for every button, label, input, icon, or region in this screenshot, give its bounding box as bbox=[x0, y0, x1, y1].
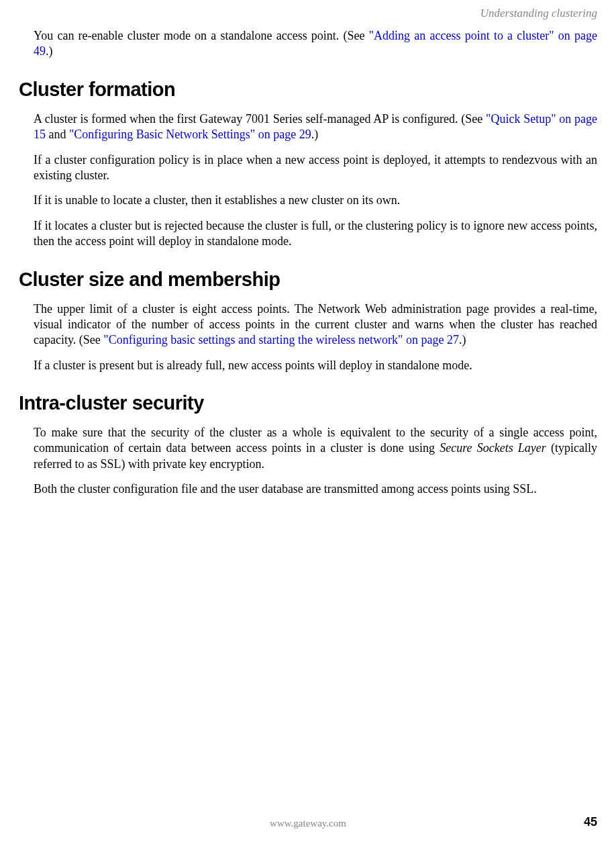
size-p2: If a cluster is present but is already f… bbox=[34, 358, 597, 373]
page-container: Understanding clustering You can re-enab… bbox=[0, 0, 616, 844]
text-span: .) bbox=[46, 44, 53, 58]
heading-cluster-size: Cluster size and membership bbox=[19, 269, 597, 291]
formation-p4: If it locates a cluster but is rejected … bbox=[34, 218, 597, 250]
page-footer: www.gateway.com 45 bbox=[0, 818, 616, 829]
italic-ssl: Secure Sockets Layer bbox=[440, 441, 546, 455]
text-span: A cluster is formed when the first Gatew… bbox=[34, 112, 486, 126]
running-header: Understanding clustering bbox=[19, 7, 597, 20]
text-span: .) bbox=[311, 128, 319, 141]
security-p2: Both the cluster configuration file and … bbox=[34, 481, 597, 497]
link-configuring-basic-settings[interactable]: "Configuring basic settings and starting… bbox=[103, 333, 459, 346]
intro-paragraph: You can re-enable cluster mode on a stan… bbox=[34, 28, 597, 60]
formation-p2: If a cluster configuration policy is in … bbox=[34, 152, 597, 184]
text-span: and bbox=[46, 128, 69, 141]
link-configuring-basic-network[interactable]: "Configuring Basic Network Settings" on … bbox=[69, 128, 311, 141]
text-span: You can re-enable cluster mode on a stan… bbox=[34, 29, 369, 42]
formation-p3: If it is unable to locate a cluster, the… bbox=[34, 193, 597, 208]
footer-url: www.gateway.com bbox=[19, 818, 597, 829]
text-span: .) bbox=[459, 333, 466, 346]
heading-intra-cluster-security: Intra-cluster security bbox=[19, 392, 597, 414]
size-p1: The upper limit of a cluster is eight ac… bbox=[34, 301, 597, 348]
page-number: 45 bbox=[584, 815, 597, 829]
formation-p1: A cluster is formed when the first Gatew… bbox=[34, 111, 597, 143]
security-p1: To make sure that the security of the cl… bbox=[34, 425, 597, 472]
heading-cluster-formation: Cluster formation bbox=[19, 79, 597, 101]
